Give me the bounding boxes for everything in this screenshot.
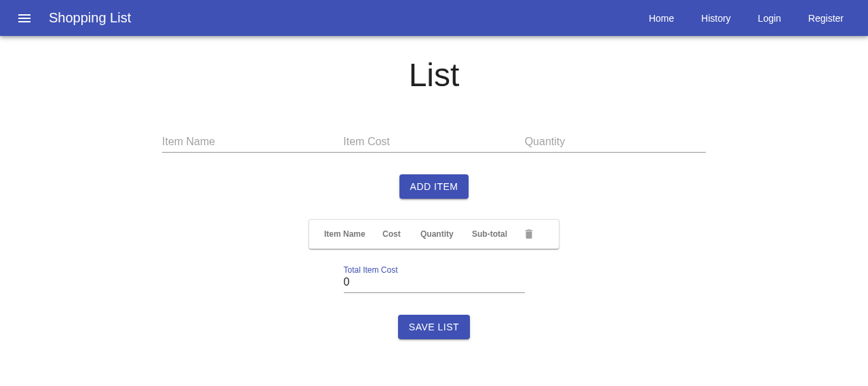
total-value: 0: [344, 276, 525, 293]
item-name-input[interactable]: [162, 132, 343, 153]
save-list-button[interactable]: Save List: [398, 315, 470, 339]
total-label: Total Item Cost: [344, 265, 525, 275]
app-toolbar: Shopping List Home History Login Registe…: [0, 0, 868, 36]
main-content: List Add Item Item Name Cost Quantity Su…: [0, 36, 868, 339]
nav-register[interactable]: Register: [795, 13, 857, 24]
th-cost: Cost: [382, 229, 420, 239]
nav-history[interactable]: History: [688, 13, 745, 24]
item-name-field: [162, 132, 343, 153]
item-cost-field: [343, 132, 524, 153]
quantity-input[interactable]: [525, 132, 706, 153]
th-quantity: Quantity: [420, 229, 472, 239]
input-row: [162, 132, 706, 153]
add-item-button[interactable]: Add Item: [399, 174, 469, 199]
trash-icon: [521, 228, 537, 240]
quantity-field: [525, 132, 706, 153]
item-cost-input[interactable]: [343, 132, 524, 153]
page-title: List: [409, 56, 460, 94]
items-table: Item Name Cost Quantity Sub-total: [309, 219, 559, 249]
brand-title: Shopping List: [49, 10, 131, 26]
nav-login[interactable]: Login: [745, 13, 795, 24]
th-sub-total: Sub-total: [472, 229, 521, 239]
table-header-row: Item Name Cost Quantity Sub-total: [309, 220, 559, 248]
total-field: Total Item Cost 0: [344, 265, 525, 293]
menu-icon[interactable]: [11, 5, 38, 32]
th-item-name: Item Name: [324, 229, 382, 239]
nav-home[interactable]: Home: [635, 13, 688, 24]
